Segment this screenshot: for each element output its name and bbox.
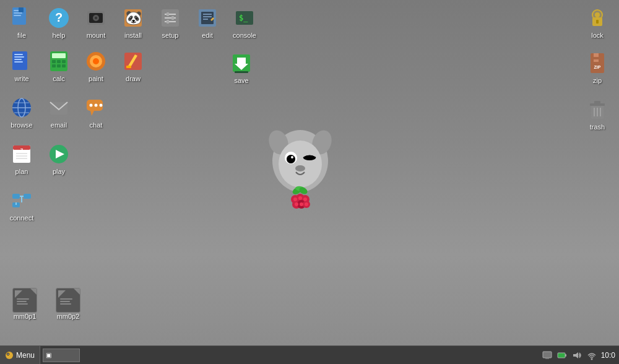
svg-rect-21 [201, 12, 214, 24]
svg-point-112 [295, 202, 298, 206]
svg-point-114 [305, 202, 308, 206]
svg-rect-67 [24, 194, 31, 199]
svg-text:?: ? [55, 11, 63, 24]
svg-point-111 [303, 197, 307, 201]
svg-rect-124 [60, 303, 71, 305]
svg-text:ZIP: ZIP [594, 65, 601, 69]
browse-icon[interactable]: browse [3, 93, 40, 132]
svg-rect-131 [565, 354, 566, 357]
svg-rect-36 [57, 60, 61, 63]
svg-rect-129 [545, 358, 549, 359]
svg-rect-119 [17, 303, 28, 305]
setup-icon[interactable]: setup [152, 3, 189, 42]
chat-label: chat [90, 121, 103, 129]
puppy-menu-icon [5, 351, 14, 360]
console-icon[interactable]: $_ console [226, 3, 263, 42]
trash-icon[interactable]: trash [579, 95, 616, 134]
svg-rect-38 [52, 64, 56, 67]
menu-label: Menu [16, 351, 35, 360]
svg-rect-18 [171, 16, 174, 20]
svg-rect-87 [594, 101, 600, 104]
mascot [260, 124, 340, 217]
svg-point-43 [93, 58, 99, 64]
mm0p1-label: mm0p1 [14, 313, 37, 321]
file-label: file [17, 32, 26, 40]
icon-row-2: write calc [3, 46, 152, 85]
svg-point-97 [291, 156, 293, 158]
svg-rect-130 [558, 353, 565, 358]
battery-taskbar-icon[interactable] [556, 350, 568, 361]
wifi-taskbar-icon[interactable] [586, 350, 597, 361]
svg-rect-128 [543, 352, 552, 358]
svg-point-73 [595, 12, 600, 17]
edit-icon[interactable]: edit [189, 3, 226, 42]
paint-icon[interactable]: paint [77, 46, 115, 85]
svg-rect-3 [14, 15, 21, 16]
svg-marker-132 [573, 352, 578, 358]
svg-marker-54 [90, 111, 94, 116]
svg-text:7: 7 [20, 147, 24, 153]
connect-icon[interactable]: connect [3, 186, 40, 225]
mm0p2-icon[interactable]: mm0p2 [50, 288, 87, 321]
plan-label: plan [15, 168, 28, 176]
bottom-file-icons: mm0p1 mm0p2 [6, 288, 87, 321]
file-icon[interactable]: file [3, 3, 40, 42]
calc-label: calc [53, 75, 65, 83]
volume-taskbar-icon[interactable] [571, 350, 582, 361]
svg-rect-46 [126, 66, 131, 68]
lock-label: lock [591, 32, 604, 40]
taskbar-window-label: ▣ [46, 352, 51, 358]
menu-button[interactable]: Menu [0, 346, 40, 364]
trash-label: trash [590, 123, 605, 131]
svg-point-125 [6, 352, 13, 359]
connect-label: connect [10, 214, 34, 222]
svg-point-109 [293, 197, 297, 201]
svg-rect-4 [19, 7, 24, 12]
svg-rect-31 [14, 59, 22, 60]
taskbar-window-1[interactable]: ▣ [43, 349, 80, 362]
edit-label: edit [202, 32, 213, 40]
help-icon[interactable]: ? help [40, 3, 77, 42]
taskbar-right: 10:0 [542, 350, 619, 361]
mm0p1-icon[interactable]: mm0p1 [6, 288, 43, 321]
zip-label: zip [593, 77, 602, 85]
lock-icon[interactable]: lock [579, 3, 616, 42]
mount-icon[interactable]: mount [77, 3, 115, 42]
svg-rect-32 [14, 61, 23, 63]
paint-label: paint [89, 75, 103, 83]
svg-rect-75 [596, 20, 599, 24]
setup-label: setup [162, 32, 179, 40]
email-label: email [51, 121, 67, 129]
svg-rect-82 [594, 59, 599, 62]
svg-rect-35 [52, 60, 56, 63]
svg-point-56 [95, 104, 98, 107]
chat-icon[interactable]: chat [77, 93, 115, 132]
svg-rect-78 [235, 71, 248, 73]
install-icon[interactable]: 🐼 install [115, 3, 152, 42]
svg-rect-34 [52, 53, 66, 58]
svg-rect-17 [167, 12, 169, 16]
write-label: write [14, 75, 28, 83]
svg-point-96 [287, 155, 295, 163]
svg-point-55 [90, 104, 93, 107]
display-taskbar-icon[interactable] [542, 350, 553, 361]
save-icon[interactable]: save [223, 48, 260, 87]
svg-rect-66 [12, 194, 20, 199]
svg-rect-122 [60, 298, 72, 300]
svg-text:$_: $_ [239, 14, 248, 22]
svg-point-113 [300, 202, 303, 206]
svg-rect-19 [167, 20, 169, 24]
browse-label: browse [11, 121, 32, 129]
play-icon[interactable]: play [40, 139, 77, 178]
svg-rect-81 [594, 57, 599, 59]
plan-icon[interactable]: 7 plan [3, 139, 40, 178]
calc-icon[interactable]: calc [40, 46, 77, 85]
svg-rect-117 [17, 298, 29, 300]
svg-point-99 [295, 165, 305, 171]
draw-icon[interactable]: draw [115, 46, 152, 85]
icon-row-4: 7 plan play [3, 139, 77, 178]
zip-icon[interactable]: ZIP zip [579, 48, 616, 87]
svg-rect-2 [14, 12, 22, 14]
write-icon[interactable]: write [3, 46, 40, 85]
email-icon[interactable]: email [40, 93, 77, 132]
